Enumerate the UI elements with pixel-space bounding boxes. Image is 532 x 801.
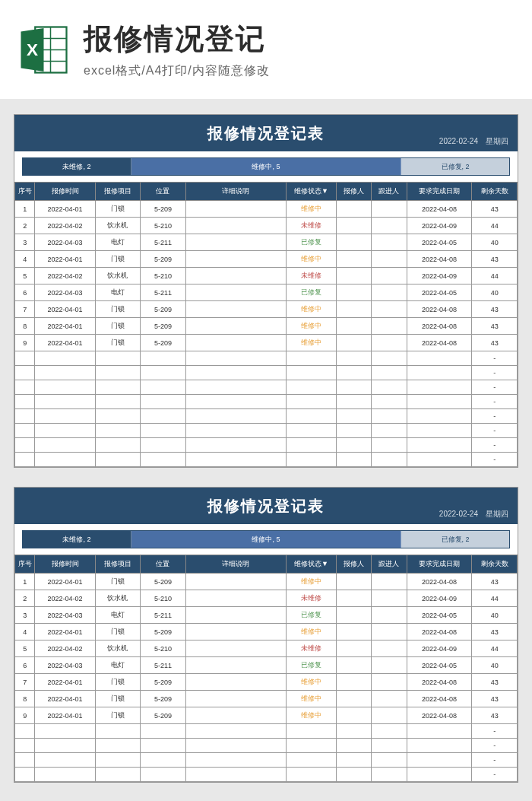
cell-seq: 1 <box>15 574 35 590</box>
cell-desc <box>185 301 286 318</box>
cell-status: 未维修 <box>286 218 336 234</box>
cell-desc <box>185 284 286 301</box>
cell-desc <box>185 574 286 590</box>
cell-desc <box>185 268 286 284</box>
cell-person <box>337 268 372 284</box>
cell-req: 2022-04-08 <box>407 335 472 351</box>
cell-days: 44 <box>472 268 518 284</box>
th-status[interactable]: 维修状态▼ <box>286 555 336 574</box>
th-days: 剩余天数 <box>472 183 518 201</box>
cell-time: 2022-04-01 <box>35 318 95 335</box>
cell-seq: 8 <box>15 318 35 335</box>
cell-req: 2022-04-08 <box>407 251 472 268</box>
cell-loc: 5-209 <box>141 574 185 590</box>
table-row-empty: - <box>15 753 518 768</box>
table-row: 7 2022-04-01 门锁 5-209 维修中 2022-04-08 43 <box>15 301 518 318</box>
cell-status: 维修中 <box>286 335 336 351</box>
cell-loc: 5-209 <box>141 318 185 335</box>
table-row: 9 2022-04-01 门锁 5-209 维修中 2022-04-08 43 <box>15 707 518 724</box>
cell-item: 饮水机 <box>95 218 140 234</box>
cell-follow <box>372 218 407 234</box>
cell-seq: 7 <box>15 674 35 691</box>
cell-time: 2022-04-01 <box>35 691 95 707</box>
cell-follow <box>372 674 407 691</box>
cell-loc: 5-210 <box>141 590 185 607</box>
cell-seq: 5 <box>15 640 35 657</box>
th-desc: 详细说明 <box>185 555 286 574</box>
cell-item: 门锁 <box>95 201 140 218</box>
cell-req: 2022-04-09 <box>407 218 472 234</box>
cell-person <box>337 707 372 724</box>
cell-seq: 9 <box>15 335 35 351</box>
sheet-date: 2022-02-24 星期四 <box>439 509 508 520</box>
cell-person <box>337 318 372 335</box>
table-row-empty: - <box>15 768 518 782</box>
cell-item: 门锁 <box>95 251 140 268</box>
table-row: 2 2022-04-02 饮水机 5-210 未维修 2022-04-09 44 <box>15 590 518 607</box>
banner-text: 报修情况登记 excel格式/A4打印/内容随意修改 <box>84 20 517 79</box>
table-row: 4 2022-04-01 门锁 5-209 维修中 2022-04-08 43 <box>15 251 518 268</box>
cell-item: 门锁 <box>95 318 140 335</box>
th-item: 报修项目 <box>95 183 140 201</box>
cell-status: 未维修 <box>286 640 336 657</box>
cell-req: 2022-04-05 <box>407 284 472 301</box>
cell-days: 43 <box>472 335 518 351</box>
cell-person <box>337 657 372 674</box>
cell-desc <box>185 201 286 218</box>
table-header-row: 序号 报修时间 报修项目 位置 详细说明 维修状态▼ 报修人 跟进人 要求完成日… <box>15 183 518 201</box>
cell-seq: 6 <box>15 657 35 674</box>
cell-time: 2022-04-01 <box>35 624 95 640</box>
cell-status: 已修复 <box>286 607 336 624</box>
th-status[interactable]: 维修状态▼ <box>286 183 336 201</box>
cell-seq: 4 <box>15 251 35 268</box>
status-segment-repaired: 已修复, 2 <box>401 158 509 175</box>
cell-days: 44 <box>472 218 518 234</box>
cell-follow <box>372 234 407 251</box>
cell-status: 已修复 <box>286 234 336 251</box>
cell-status: 已修复 <box>286 657 336 674</box>
th-loc: 位置 <box>141 555 185 574</box>
cell-days: 43 <box>472 624 518 640</box>
cell-desc <box>185 674 286 691</box>
th-loc: 位置 <box>141 183 185 201</box>
cell-req: 2022-04-08 <box>407 691 472 707</box>
sheet-date: 2022-02-24 星期四 <box>439 136 508 147</box>
status-segment-unrepaired: 未维修, 2 <box>23 531 131 548</box>
banner-subtitle: excel格式/A4打印/内容随意修改 <box>84 63 517 79</box>
cell-days: 43 <box>472 301 518 318</box>
cell-req: 2022-04-05 <box>407 234 472 251</box>
cell-status: 维修中 <box>286 574 336 590</box>
cell-time: 2022-04-03 <box>35 657 95 674</box>
cell-days-empty: - <box>472 395 518 409</box>
cell-time: 2022-04-03 <box>35 234 95 251</box>
status-segment-unrepaired: 未维修, 2 <box>23 158 131 175</box>
repair-table: 序号 报修时间 报修项目 位置 详细说明 维修状态▼ 报修人 跟进人 要求完成日… <box>14 555 518 782</box>
cell-days-empty: - <box>472 768 518 782</box>
cell-desc <box>185 657 286 674</box>
cell-time: 2022-04-02 <box>35 268 95 284</box>
cell-loc: 5-209 <box>141 624 185 640</box>
cell-item: 饮水机 <box>95 268 140 284</box>
cell-loc: 5-211 <box>141 657 185 674</box>
cell-status: 未维修 <box>286 268 336 284</box>
cell-days-empty: - <box>472 366 518 380</box>
th-follow: 跟进人 <box>372 555 407 574</box>
cell-loc: 5-211 <box>141 234 185 251</box>
cell-req: 2022-04-08 <box>407 674 472 691</box>
table-row: 3 2022-04-03 电灯 5-211 已修复 2022-04-05 40 <box>15 607 518 624</box>
th-person: 报修人 <box>337 183 372 201</box>
cell-status: 维修中 <box>286 301 336 318</box>
cell-req: 2022-04-08 <box>407 707 472 724</box>
cell-desc <box>185 590 286 607</box>
cell-req: 2022-04-09 <box>407 640 472 657</box>
cell-days: 43 <box>472 251 518 268</box>
th-req: 要求完成日期 <box>407 183 472 201</box>
cell-desc <box>185 318 286 335</box>
cell-time: 2022-04-02 <box>35 218 95 234</box>
cell-req: 2022-04-08 <box>407 624 472 640</box>
table-row-empty: - <box>15 424 518 438</box>
cell-follow <box>372 657 407 674</box>
cell-loc: 5-211 <box>141 607 185 624</box>
table-row-empty: - <box>15 366 518 380</box>
cell-days-empty: - <box>472 724 518 739</box>
